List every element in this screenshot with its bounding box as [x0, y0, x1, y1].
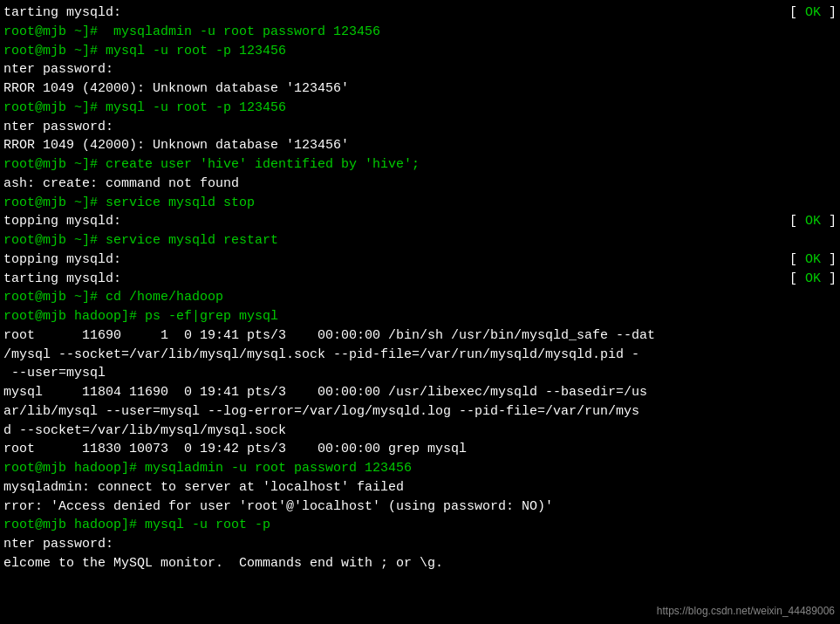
terminal-line: elcome to the MySQL monitor. Commands en…	[0, 554, 840, 573]
terminal-line: root@mjb hadoop]# mysqladmin -u root pas…	[0, 459, 840, 478]
terminal-line: nter password:	[0, 60, 840, 79]
terminal-line: nter password:	[0, 535, 840, 554]
terminal-line: --user=mysql	[0, 364, 840, 383]
terminal-line: rror: 'Access denied for user 'root'@'lo…	[0, 497, 840, 517]
watermark: https://blog.csdn.net/weixin_44489006	[657, 604, 835, 619]
terminal-line: RROR 1049 (42000): Unknown database '123…	[0, 136, 840, 155]
terminal-line: root@mjb hadoop]# mysql -u root -p	[0, 516, 840, 535]
terminal-line: root@mjb ~]# service mysqld restart	[0, 231, 840, 250]
terminal-line: RROR 1049 (42000): Unknown database '123…	[0, 79, 840, 99]
terminal-line: root 11830 10073 0 19:42 pts/3 00:00:00 …	[0, 440, 840, 459]
terminal-line: mysql 11804 11690 0 19:41 pts/3 00:00:00…	[0, 383, 840, 402]
terminal-line: root@mjb ~]# service mysqld stop	[0, 194, 840, 213]
terminal-line: tarting mysqld:[ OK ]	[0, 3, 840, 23]
terminal-line: root@mjb ~]# cd /home/hadoop	[0, 288, 840, 307]
terminal-line: root@mjb ~]# create user 'hive' identifi…	[0, 155, 840, 175]
terminal-line: tarting mysqld:[ OK ]	[0, 270, 840, 289]
terminal-line: topping mysqld:[ OK ]	[0, 212, 840, 231]
terminal: tarting mysqld:[ OK ]root@mjb ~]# mysqla…	[0, 0, 840, 624]
terminal-line: d --socket=/var/lib/mysql/mysql.sock	[0, 422, 840, 441]
terminal-line: root 11690 1 0 19:41 pts/3 00:00:00 /bin…	[0, 326, 840, 346]
terminal-line: mysqladmin: connect to server at 'localh…	[0, 478, 840, 497]
terminal-line: root@mjb ~]# mysql -u root -p 123456	[0, 42, 840, 61]
terminal-line: root@mjb ~]# mysql -u root -p 123456	[0, 99, 840, 118]
terminal-line: ar/lib/mysql --user=mysql --log-error=/v…	[0, 402, 840, 422]
terminal-line: root@mjb hadoop]# ps -ef|grep mysql	[0, 307, 840, 326]
terminal-line: root@mjb ~]# mysqladmin -u root password…	[0, 23, 840, 42]
terminal-line: /mysql --socket=/var/lib/mysql/mysql.soc…	[0, 346, 840, 365]
terminal-line: nter password:	[0, 118, 840, 137]
terminal-line: ash: create: command not found	[0, 175, 840, 194]
terminal-line: topping mysqld:[ OK ]	[0, 250, 840, 270]
